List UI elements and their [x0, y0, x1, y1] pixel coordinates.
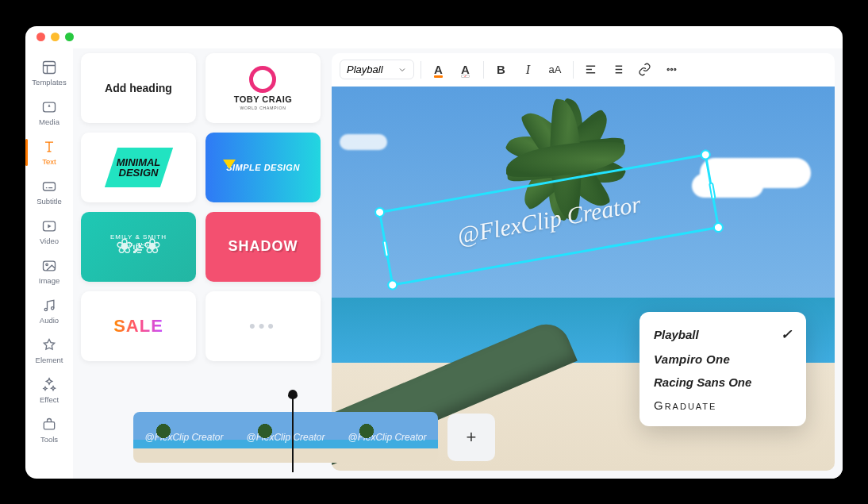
text-icon [41, 139, 57, 155]
minimize-window-button[interactable] [51, 33, 60, 41]
sidebar-item-subtitle[interactable]: Subtitle [29, 174, 69, 210]
font-family-select[interactable]: Playball [340, 60, 414, 79]
font-option-vampiro-one[interactable]: Vampiro One [639, 348, 806, 371]
sidebar-label: Media [39, 117, 60, 126]
font-option-label: Racing Sans One [654, 375, 751, 389]
sidebar-item-audio[interactable]: Audio [29, 293, 69, 329]
template-label: SHADOW [229, 238, 298, 255]
timeline-playhead[interactable] [292, 393, 294, 472]
sidebar-label: Templates [32, 78, 66, 87]
template-add-heading[interactable]: Add heading [81, 53, 196, 123]
font-option-label: Playball [654, 328, 699, 341]
template-date: 15 · 06 · 21 [129, 242, 148, 247]
sidebar-label: Text [42, 157, 56, 166]
template-toby-craig[interactable]: TOBY CRAIG WORLD CHAMPION [205, 53, 321, 123]
sidebar-label: Audio [40, 316, 59, 325]
template-minimal-design[interactable]: MINIMAL DESIGN [81, 133, 196, 202]
sidebar-label: Image [39, 276, 60, 285]
template-more[interactable]: ••• [205, 291, 321, 361]
template-label: Add heading [105, 82, 172, 94]
app-window: Templates Media Text Subtitle Video Imag… [25, 26, 843, 479]
sidebar-item-effect[interactable]: Effect [29, 372, 69, 409]
clip-thumbnail: @FlexClip Creator [235, 412, 336, 463]
more-horizontal-icon [665, 63, 678, 76]
cloud-graphic [340, 134, 387, 150]
text-case-button[interactable]: aA [544, 59, 567, 81]
template-brand: TOBY CRAIG [234, 94, 293, 104]
align-icon [584, 63, 597, 76]
font-option-racing-sans-one[interactable]: Racing Sans One [639, 371, 806, 394]
resize-handle-tl[interactable] [374, 206, 386, 217]
link-button[interactable] [634, 59, 656, 81]
font-option-graduate[interactable]: Graduate [639, 394, 806, 417]
sidebar-item-element[interactable]: Element [29, 333, 69, 369]
template-subtext: WORLD CHAMPION [240, 106, 286, 110]
triangle-icon [223, 160, 236, 169]
sidebar-item-image[interactable]: Image [29, 253, 69, 290]
media-icon [41, 99, 57, 115]
text-bg-color-button[interactable]: A [455, 59, 477, 81]
video-icon [41, 218, 57, 234]
list-button[interactable] [607, 59, 629, 81]
svg-point-9 [667, 68, 669, 70]
separator [483, 61, 484, 79]
align-button[interactable] [580, 59, 602, 81]
sidebar-item-tools[interactable]: Tools [29, 412, 69, 448]
svg-point-10 [670, 68, 672, 70]
list-icon [611, 63, 624, 76]
more-icon: ••• [249, 316, 277, 337]
audio-icon [41, 298, 57, 314]
svg-rect-8 [44, 421, 54, 429]
italic-button[interactable]: I [517, 59, 540, 81]
close-window-button[interactable] [36, 33, 45, 41]
ring-icon [249, 66, 276, 93]
subtitle-icon [41, 179, 57, 194]
effect-icon [41, 377, 57, 393]
bold-button[interactable]: B [490, 59, 513, 81]
element-icon [41, 337, 57, 353]
svg-rect-0 [44, 61, 56, 73]
text-toolbar: Playball A A B I aA [332, 53, 835, 87]
tools-icon [41, 417, 57, 433]
sidebar-item-video[interactable]: Video [29, 214, 69, 250]
titlebar [25, 26, 843, 48]
svg-rect-2 [44, 183, 56, 190]
sidebar-label: Video [40, 237, 59, 245]
font-option-playball[interactable]: Playball ✓ [639, 321, 806, 348]
maximize-window-button[interactable] [65, 33, 74, 41]
plus-icon: + [467, 427, 477, 448]
template-label: SALE [113, 316, 163, 337]
font-name: Playball [347, 63, 383, 75]
template-emily-smith[interactable]: ❀⸙❀ EMILY & SMITH 15 · 06 · 21 [81, 212, 196, 282]
clip-thumbnail: @FlexClip Creator [336, 412, 438, 463]
template-simple-design[interactable]: SIMPLE DESIGN [205, 133, 321, 202]
more-options-button[interactable] [661, 59, 683, 81]
sidebar-item-text[interactable]: Text [29, 134, 69, 171]
resize-handle-bl[interactable] [386, 279, 398, 290]
image-icon [41, 258, 57, 274]
svg-rect-1 [44, 102, 56, 112]
sidebar-item-templates[interactable]: Templates [29, 55, 69, 91]
separator [421, 61, 421, 79]
font-dropdown: Playball ✓ Vampiro One Racing Sans One G… [639, 312, 806, 426]
templates-icon [41, 60, 57, 75]
template-label: SIMPLE DESIGN [226, 163, 300, 172]
separator [573, 61, 574, 79]
resize-handle-br[interactable] [712, 221, 724, 233]
font-option-label: Graduate [654, 398, 716, 412]
font-option-label: Vampiro One [654, 352, 730, 366]
resize-handle-left[interactable] [382, 239, 390, 257]
sidebar-label: Tools [40, 435, 58, 444]
text-color-button[interactable]: A [428, 59, 450, 81]
svg-rect-4 [44, 261, 56, 271]
link-icon [638, 63, 651, 76]
add-clip-button[interactable]: + [447, 414, 495, 461]
sidebar-label: Effect [40, 395, 59, 404]
video-clip[interactable]: @FlexClip Creator @FlexClip Creator @Fle… [133, 412, 438, 463]
template-shadow[interactable]: SHADOW [205, 212, 321, 282]
template-sale[interactable]: SALE [81, 291, 196, 361]
watermark-text: @FlexClip Creator [455, 190, 643, 248]
sidebar-item-media[interactable]: Media [29, 94, 69, 131]
sidebar-label: Subtitle [36, 197, 62, 206]
sidebar: Templates Media Text Subtitle Video Imag… [25, 48, 73, 479]
